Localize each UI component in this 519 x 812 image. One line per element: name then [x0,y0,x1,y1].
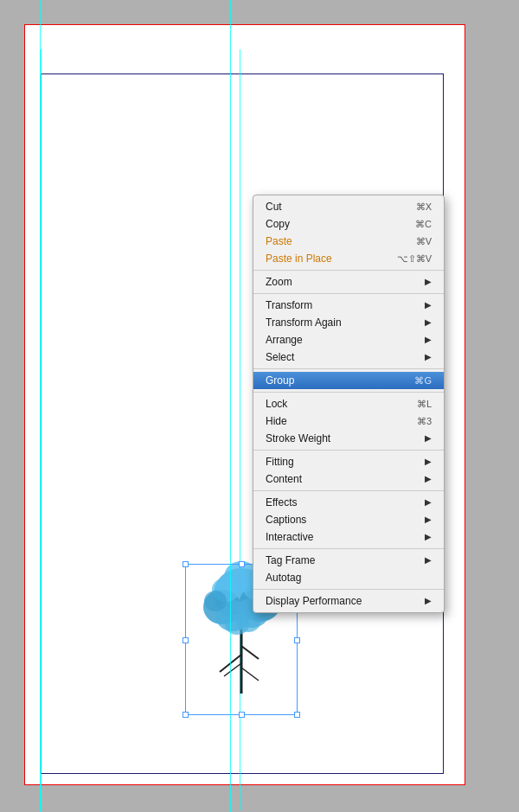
menu-item-copy[interactable]: Copy ⌘C [253,215,444,233]
menu-item-stroke-weight[interactable]: Stroke Weight ▶ [253,430,444,447]
menu-item-lock[interactable]: Lock ⌘L [253,395,444,412]
handle-bl [183,712,189,718]
menu-item-paste-in-place[interactable]: Paste in Place ⌥⇧⌘V [253,250,444,267]
separator-6 [253,490,444,491]
menu-item-paste[interactable]: Paste ⌘V [253,233,444,250]
menu-item-transform-again[interactable]: Transform Again ▶ [253,314,444,331]
menu-item-effects[interactable]: Effects ▶ [253,494,444,511]
separator-1 [253,270,444,271]
menu-item-group[interactable]: Group ⌘G [253,372,444,389]
separator-4 [253,392,444,393]
menu-item-interactive[interactable]: Interactive ▶ [253,528,444,546]
handle-ml [183,637,189,643]
menu-item-content[interactable]: Content ▶ [253,470,444,488]
guide-v-outer-1 [230,0,231,812]
separator-8 [253,589,444,590]
separator-7 [253,548,444,549]
menu-item-zoom[interactable]: Zoom ▶ [253,273,444,291]
menu-item-display-performance[interactable]: Display Performance ▶ [253,592,444,610]
separator-2 [253,293,444,294]
guide-vertical-2 [41,49,42,810]
menu-item-transform[interactable]: Transform ▶ [253,297,444,314]
menu-item-hide[interactable]: Hide ⌘3 [253,412,444,430]
menu-item-tag-frame[interactable]: Tag Frame ▶ [253,552,444,569]
separator-5 [253,450,444,451]
handle-tl [183,561,189,567]
menu-item-select[interactable]: Select ▶ [253,348,444,366]
handle-tc [239,561,245,567]
menu-item-cut[interactable]: Cut ⌘X [253,198,444,215]
menu-item-fitting[interactable]: Fitting ▶ [253,453,444,470]
context-menu: Cut ⌘X Copy ⌘C Paste ⌘V Paste in Place ⌥… [253,195,445,613]
handle-bc [239,712,245,718]
guide-v-outer-2 [40,0,41,812]
handle-br [294,712,300,718]
separator-3 [253,368,444,369]
handle-mr [294,637,300,643]
menu-item-captions[interactable]: Captions ▶ [253,511,444,528]
menu-item-autotag[interactable]: Autotag [253,569,444,586]
canvas: Cut ⌘X Copy ⌘C Paste ⌘V Paste in Place ⌥… [0,0,519,812]
menu-item-arrange[interactable]: Arrange ▶ [253,331,444,348]
